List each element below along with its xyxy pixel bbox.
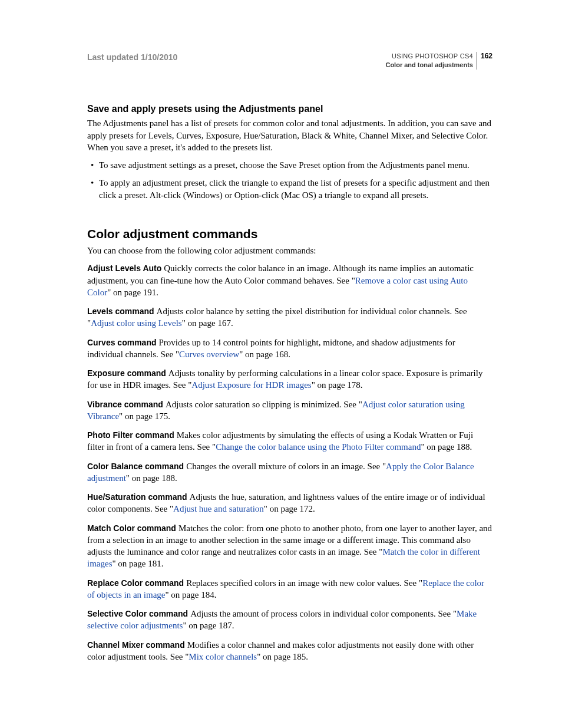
command-description-tail: " on page 168. bbox=[239, 350, 290, 359]
command-description: Replaces specified colors in an image wi… bbox=[186, 578, 422, 588]
command-block: Match Color commandMatches the color: fr… bbox=[87, 522, 492, 570]
command-block: Selective Color commandAdjusts the amoun… bbox=[87, 608, 492, 632]
page-number: 162 bbox=[481, 52, 492, 60]
command-block: Vibrance commandAdjusts color saturation… bbox=[87, 398, 492, 423]
command-block: Hue/Saturation commandAdjusts the hue, s… bbox=[87, 491, 492, 515]
cross-reference-link[interactable]: Curves overview bbox=[179, 350, 239, 359]
cross-reference-link[interactable]: Mix color channels bbox=[189, 652, 257, 661]
header-divider bbox=[477, 52, 477, 70]
command-description-tail: " on page 172. bbox=[264, 504, 315, 513]
page-header: Last updated 1/10/2010 USING PHOTOSHOP C… bbox=[87, 52, 492, 70]
list-item: To apply an adjustment preset, click the… bbox=[87, 177, 492, 201]
command-description-tail: " on page 178. bbox=[312, 380, 363, 390]
command-description-tail: " on page 167. bbox=[182, 318, 233, 328]
command-name: Vibrance command bbox=[87, 400, 163, 409]
body-paragraph: You can choose from the following color … bbox=[87, 245, 492, 256]
command-name: Photo Filter command bbox=[87, 430, 174, 440]
command-name: Exposure command bbox=[87, 368, 166, 378]
command-block: Replace Color commandReplaces specified … bbox=[87, 577, 492, 601]
command-description: Changes the overall mixture of colors in… bbox=[186, 462, 386, 471]
header-meta: USING PHOTOSHOP CS4 Color and tonal adju… bbox=[385, 52, 477, 70]
command-block: Color Balance commandChanges the overall… bbox=[87, 460, 492, 485]
document-page: Last updated 1/10/2010 USING PHOTOSHOP C… bbox=[0, 0, 562, 728]
command-name: Replace Color command bbox=[87, 578, 184, 588]
command-description: Adjusts the amount of process colors in … bbox=[190, 609, 457, 618]
command-definitions: Adjust Levels AutoQuickly corrects the c… bbox=[87, 262, 492, 663]
command-block: Photo Filter commandMakes color adjustme… bbox=[87, 429, 492, 453]
cross-reference-link[interactable]: Adjust color using Levels bbox=[91, 318, 182, 328]
list-item: To save adjustment settings as a preset,… bbox=[87, 159, 492, 171]
command-block: Exposure commandAdjusts tonality by perf… bbox=[87, 367, 492, 391]
command-name: Channel Mixer command bbox=[87, 640, 185, 650]
command-name: Match Color command bbox=[87, 523, 176, 533]
command-description-tail: " on page 191. bbox=[107, 288, 158, 297]
last-updated: Last updated 1/10/2010 bbox=[87, 52, 177, 63]
doc-title: USING PHOTOSHOP CS4 bbox=[385, 52, 473, 61]
chapter-title: Color and tonal adjustments bbox=[385, 61, 473, 70]
command-block: Channel Mixer commandModifies a color ch… bbox=[87, 639, 492, 663]
command-description-tail: " on page 188. bbox=[421, 442, 472, 452]
command-description-tail: " on page 184. bbox=[165, 590, 216, 599]
command-name: Selective Color command bbox=[87, 609, 188, 618]
command-name: Color Balance command bbox=[87, 462, 184, 471]
command-block: Curves commandProvides up to 14 control … bbox=[87, 337, 492, 361]
command-name: Adjust Levels Auto bbox=[87, 263, 161, 273]
command-name: Levels command bbox=[87, 307, 154, 316]
cross-reference-link[interactable]: Adjust hue and saturation bbox=[173, 504, 264, 513]
command-description-tail: " on page 188. bbox=[126, 473, 177, 483]
command-description-tail: " on page 175. bbox=[119, 411, 170, 421]
command-description: Adjusts color saturation so clipping is … bbox=[166, 400, 362, 409]
command-name: Curves command bbox=[87, 338, 156, 347]
command-block: Adjust Levels AutoQuickly corrects the c… bbox=[87, 262, 492, 298]
cross-reference-link[interactable]: Change the color balance using the Photo… bbox=[216, 442, 421, 452]
subsection-heading: Save and apply presets using the Adjustm… bbox=[87, 103, 492, 116]
bullet-list: To save adjustment settings as a preset,… bbox=[87, 159, 492, 201]
cross-reference-link[interactable]: Adjust Exposure for HDR images bbox=[191, 380, 311, 390]
command-description-tail: " on page 181. bbox=[113, 559, 164, 568]
command-block: Levels commandAdjusts color balance by s… bbox=[87, 305, 492, 330]
header-right: USING PHOTOSHOP CS4 Color and tonal adju… bbox=[385, 52, 492, 70]
command-description-tail: " on page 187. bbox=[183, 621, 234, 630]
command-description-tail: " on page 185. bbox=[257, 652, 308, 661]
body-paragraph: The Adjustments panel has a list of pres… bbox=[87, 117, 492, 153]
section-heading: Color adjustment commands bbox=[87, 226, 492, 242]
command-name: Hue/Saturation command bbox=[87, 492, 187, 502]
